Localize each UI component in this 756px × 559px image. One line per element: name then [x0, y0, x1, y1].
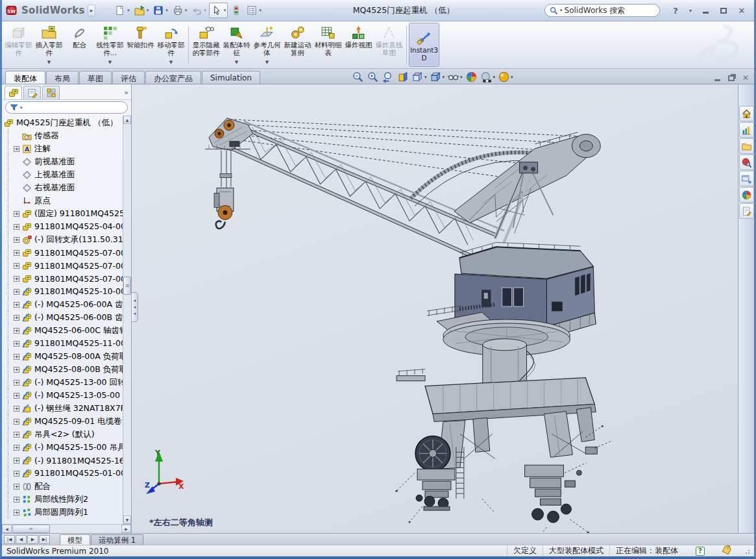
- solidworks-search-box[interactable]: ▾ SolidWorks 搜索: [544, 4, 660, 17]
- tree-item[interactable]: +911801MQ4525-07-00A: [2, 246, 123, 259]
- expand-toggle[interactable]: +: [14, 484, 19, 490]
- mate-button[interactable]: 配合: [64, 23, 95, 67]
- sheet-nav-1[interactable]: ◀: [16, 535, 27, 544]
- expand-toggle[interactable]: +: [14, 432, 19, 438]
- new-document-dropdown-caret[interactable]: ▾: [127, 8, 130, 13]
- expand-toggle[interactable]: +: [14, 380, 19, 386]
- tree-horizontal-scrollbar[interactable]: ◀ ▶: [2, 524, 131, 533]
- custom-properties-button[interactable]: [739, 203, 754, 219]
- tree-item[interactable]: 原点: [2, 194, 123, 207]
- expand-toggle[interactable]: +: [14, 289, 19, 295]
- tree-item[interactable]: +(-) MQ4525-13-00 回转柱: [2, 376, 123, 389]
- scroll-left-button[interactable]: ◀: [2, 525, 12, 533]
- print-button[interactable]: ▾: [171, 3, 189, 18]
- insert-component-button[interactable]: 插入零部件▼: [34, 23, 64, 67]
- linear-component-pattern-button[interactable]: 线性零部件...▼: [95, 23, 125, 67]
- expand-toggle[interactable]: +: [14, 510, 19, 516]
- menu-expand-chevron[interactable]: ▸: [88, 5, 96, 16]
- tree-item[interactable]: +MQ4525-09-01 电缆卷筒: [2, 415, 123, 428]
- tree-item[interactable]: +(固定) 911801MQ4525-0: [2, 207, 123, 220]
- expand-toggle[interactable]: +: [14, 497, 19, 503]
- command-tab-装配体[interactable]: 装配体: [5, 71, 45, 84]
- assembly-features-button[interactable]: 装配体特征▼: [221, 23, 252, 67]
- tree-vertical-scrollbar[interactable]: ▲ ▼: [123, 116, 131, 524]
- expand-toggle[interactable]: +: [14, 328, 19, 334]
- panel-splitter-handle[interactable]: ◂◂◂: [132, 292, 138, 322]
- tree-filter-input[interactable]: ▾: [5, 101, 128, 114]
- tree-item[interactable]: +MQ4525-08-00A 负荷取: [2, 350, 123, 363]
- display-style-button[interactable]: ▾: [429, 70, 446, 84]
- crane-model[interactable]: [132, 84, 738, 533]
- options-dropdown-caret[interactable]: ▾: [259, 8, 262, 13]
- expand-toggle[interactable]: +: [14, 276, 19, 282]
- undo-dropdown-caret[interactable]: ▾: [204, 8, 206, 13]
- tree-item[interactable]: +吊具<2> (默认): [2, 428, 123, 441]
- filter-options-caret[interactable]: ▾: [20, 105, 23, 110]
- section-view-button[interactable]: [396, 70, 409, 84]
- view-settings-dropdown-caret[interactable]: ▾: [511, 75, 513, 80]
- tree-root-item[interactable]: MQ4525门座起重机 （低）: [2, 116, 123, 129]
- tree-item[interactable]: +911801MQ4525-10-00 门: [2, 285, 123, 298]
- configurationmanager-tab[interactable]: [42, 86, 60, 99]
- tree-item[interactable]: +配合: [2, 480, 123, 493]
- new-motion-study-button[interactable]: 新建运动算例: [282, 23, 313, 67]
- tree-item[interactable]: +911801MQ4525-07-00B: [2, 259, 123, 272]
- quick-tips-icon[interactable]: ?: [696, 547, 705, 556]
- hscroll-thumb[interactable]: [12, 525, 50, 533]
- sheet-nav-3[interactable]: ▶|: [39, 535, 50, 544]
- minimize-button[interactable]: [700, 6, 711, 16]
- instant3d-button[interactable]: Instant3D: [409, 23, 439, 67]
- scroll-track[interactable]: [123, 124, 131, 516]
- doc-restore-button[interactable]: [728, 71, 735, 84]
- tree-item[interactable]: 右视基准面: [2, 181, 123, 194]
- expand-toggle[interactable]: +: [14, 354, 19, 360]
- save-button[interactable]: ▾: [151, 3, 169, 18]
- expand-toggle[interactable]: +: [14, 367, 19, 373]
- expand-toggle[interactable]: +: [14, 250, 19, 256]
- tree-item[interactable]: +(-) 回转支承(131.50.3150: [2, 233, 123, 246]
- maximize-button[interactable]: [718, 6, 729, 16]
- options-button[interactable]: ▾: [245, 3, 263, 18]
- select-dropdown-caret[interactable]: ▾: [224, 8, 226, 13]
- reference-geometry-button[interactable]: 参考几何体▼: [252, 23, 282, 67]
- expand-toggle[interactable]: +: [14, 315, 19, 321]
- command-tab-评估[interactable]: 评估: [112, 71, 145, 84]
- expand-toggle[interactable]: +: [14, 237, 19, 243]
- tree-item[interactable]: 传感器: [2, 129, 123, 142]
- move-component-dropdown-caret[interactable]: ▼: [169, 59, 173, 68]
- view-palette-button[interactable]: [739, 171, 754, 186]
- view-orientation-button[interactable]: ▾: [411, 70, 428, 84]
- sheet-nav-2[interactable]: ▶: [27, 535, 38, 544]
- tree-item[interactable]: +(-) MQ4525-15-00 吊具电: [2, 441, 123, 454]
- tree-item[interactable]: +(-) MQ4525-13-05-00 回: [2, 389, 123, 402]
- tree-item[interactable]: +局部圆周阵列1: [2, 506, 123, 519]
- tag-icon[interactable]: [722, 545, 732, 556]
- zoom-fit-button[interactable]: [351, 70, 365, 84]
- insert-component-dropdown-caret[interactable]: ▼: [47, 59, 51, 68]
- exploded-view-button[interactable]: 爆炸视图: [343, 23, 374, 67]
- reference-geometry-dropdown-caret[interactable]: ▼: [265, 59, 269, 68]
- model-tab-模型[interactable]: 模型: [60, 534, 90, 545]
- zoom-area-button[interactable]: [366, 70, 380, 84]
- new-document-button[interactable]: ▾: [113, 3, 131, 18]
- expand-toggle[interactable]: +: [14, 263, 19, 269]
- print-dropdown-caret[interactable]: ▾: [185, 8, 188, 13]
- design-library-button[interactable]: [739, 122, 754, 138]
- command-tab-布局[interactable]: 布局: [46, 71, 79, 84]
- undo-button[interactable]: ▾: [189, 3, 208, 18]
- tree-item[interactable]: +(-) MQ4525-06-00B 齿条: [2, 311, 123, 324]
- expand-toggle[interactable]: +: [14, 393, 19, 399]
- open-button[interactable]: ▾: [132, 3, 151, 18]
- view-orientation-dropdown-caret[interactable]: ▾: [424, 75, 427, 80]
- scroll-thumb[interactable]: [123, 277, 131, 295]
- search-scope-caret[interactable]: ▾: [560, 8, 563, 13]
- scroll-down-button[interactable]: ▼: [123, 516, 131, 524]
- doc-minimize-button[interactable]: [714, 71, 720, 84]
- help-button[interactable]: ?: [670, 6, 681, 16]
- show-hidden-components-button[interactable]: 显示隐藏的零部件: [191, 23, 221, 67]
- expand-toggle[interactable]: +: [14, 211, 19, 217]
- solidworks-search-button[interactable]: [739, 155, 754, 170]
- tree-item[interactable]: +局部线性阵列2: [2, 493, 123, 506]
- tree-item[interactable]: +MQ4525-06-00C 轴齿轮: [2, 324, 123, 337]
- move-component-button[interactable]: 移动零部件▼: [156, 23, 186, 67]
